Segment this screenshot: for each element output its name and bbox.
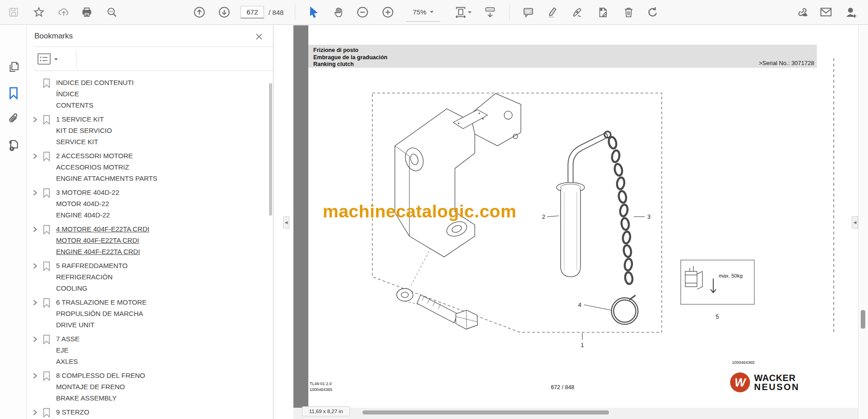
favorites-button[interactable]	[29, 0, 49, 24]
bookmark-item[interactable]: INDICE DEI CONTENUTIÍNDICECONTENTS	[33, 77, 265, 111]
bookmark-item[interactable]: 5 RAFFREDDAMENTOREFRIGERACIÓNCOOLING	[33, 260, 265, 294]
chevron-left-icon: ◀	[285, 220, 288, 225]
vertical-scrollbar-thumb[interactable]	[861, 310, 865, 329]
sign-button[interactable]	[567, 0, 587, 24]
email-button[interactable]	[816, 0, 836, 24]
chevron-right-icon[interactable]	[33, 187, 42, 196]
share-people-button[interactable]	[841, 0, 861, 24]
close-panel-button[interactable]	[255, 31, 267, 42]
upload-cloud-button[interactable]	[54, 0, 74, 24]
save-icon	[8, 7, 19, 18]
bookmark-flag-icon	[42, 187, 56, 198]
bookmark-flag-icon	[42, 370, 56, 381]
share-link-button[interactable]	[793, 0, 812, 24]
bookmark-item-label[interactable]: 7 ASSEEJEAXLES	[56, 333, 80, 367]
bookmark-item-label[interactable]: 2 ACCESSORI MOTOREACCESORIOS MOTRIZENGIN…	[56, 150, 157, 184]
bookmark-item-label[interactable]: 5 RAFFREDDAMENTOREFRIGERACIÓNCOOLING	[56, 260, 127, 294]
page-thumbnails-tab[interactable]	[4, 57, 23, 76]
bookmark-item-label[interactable]: 1 SERVICE KITKIT DE SERVICIOSERVICE KIT	[56, 113, 112, 147]
zoom-level-dropdown[interactable]: 75%	[406, 3, 440, 22]
chain-part	[608, 136, 633, 284]
vertical-scrollbar[interactable]	[858, 25, 868, 419]
ring-part	[613, 295, 637, 323]
chevron-down-icon	[430, 11, 434, 13]
bookmark-icon	[7, 86, 20, 100]
paperclip-icon	[7, 112, 20, 125]
rotate-button[interactable]	[643, 0, 663, 24]
zoom-in-button[interactable]	[378, 0, 398, 24]
chevron-left-icon: ◀	[854, 220, 857, 225]
bookmark-item-label[interactable]: 9 STERZO	[56, 406, 89, 418]
divider	[34, 47, 273, 47]
chevron-right-icon[interactable]	[33, 260, 42, 269]
next-page-button[interactable]	[214, 0, 234, 24]
divider	[76, 50, 76, 68]
arrow-up-circle-icon	[193, 6, 206, 19]
chevron-right-icon[interactable]	[33, 370, 42, 379]
bookmark-flag-icon	[42, 260, 56, 271]
find-button[interactable]	[102, 0, 122, 24]
previous-page-button[interactable]	[189, 0, 209, 24]
bookmark-item[interactable]: 4 MOTORE 404F-E22TA CRDIMOTOR 404F-E22TA…	[33, 223, 265, 257]
chevron-right-icon[interactable]	[33, 297, 42, 306]
link-cloud-icon	[796, 6, 809, 19]
item-label-1: 1	[580, 342, 584, 348]
page-number-input[interactable]	[241, 6, 264, 19]
bookmark-item[interactable]: 7 ASSEEJEAXLES	[33, 333, 265, 367]
attachments-tab[interactable]	[4, 108, 23, 128]
item-label-2: 2	[542, 213, 545, 220]
expand-right-pane-handle[interactable]: ◀	[852, 216, 858, 229]
delete-button[interactable]	[618, 0, 638, 24]
chevron-right-icon[interactable]	[33, 223, 42, 233]
bookmark-item[interactable]: 1 SERVICE KITKIT DE SERVICIOSERVICE KIT	[33, 113, 265, 147]
panel-title: Bookmarks	[34, 32, 73, 41]
select-tool-button[interactable]	[304, 0, 324, 24]
bookmark-item-label[interactable]: 8 COMPLESSO DEL FRENOMONTAJE DE FRENOBRA…	[56, 370, 145, 404]
chevron-right-icon[interactable]	[33, 406, 42, 416]
fit-width-button[interactable]	[450, 0, 476, 24]
collapse-panel-handle[interactable]: ◀	[283, 216, 289, 229]
hand-icon	[332, 6, 344, 19]
chevron-down-icon	[54, 58, 58, 61]
chevron-right-icon[interactable]	[33, 150, 42, 160]
hand-tool-button[interactable]	[328, 0, 348, 24]
toolbar-separator	[295, 5, 295, 20]
acrobat-window: / 848 75%	[0, 0, 868, 419]
bookmark-item-label[interactable]: INDICE DEI CONTENUTIÍNDICECONTENTS	[56, 77, 134, 111]
bookmark-flag-icon	[42, 297, 56, 308]
panel-scrollbar-thumb[interactable]	[269, 83, 272, 216]
chevron-right-icon[interactable]	[33, 333, 42, 343]
load-limit-inset: max. 50kg	[681, 260, 755, 304]
document-info-tab[interactable]	[4, 135, 23, 155]
bookmark-item[interactable]: 9 STERZO	[33, 406, 265, 418]
save-button[interactable]	[4, 0, 24, 24]
panel-splitter[interactable]: ◀	[274, 25, 293, 419]
bookmark-options-button[interactable]	[37, 52, 61, 67]
print-button[interactable]	[77, 0, 97, 24]
envelope-icon	[819, 5, 833, 19]
horizontal-scrollbar-thumb[interactable]	[363, 410, 609, 414]
bookmark-item-label[interactable]: 3 MOTORE 404D-22MOTOR 404D-22ENGINE 404D…	[56, 187, 119, 221]
bookmark-item[interactable]: 3 MOTORE 404D-22MOTOR 404D-22ENGINE 404D…	[33, 187, 265, 221]
top-toolbar: / 848 75%	[0, 0, 868, 25]
comment-button[interactable]	[518, 0, 538, 24]
bookmark-item[interactable]: 2 ACCESSORI MOTOREACCESORIOS MOTRIZENGIN…	[33, 150, 265, 184]
horizontal-scrollbar[interactable]	[293, 408, 858, 419]
part-number: 1000464365	[732, 360, 755, 365]
highlight-button[interactable]	[542, 0, 562, 24]
scroll-mode-button[interactable]	[480, 0, 500, 24]
chevron-right-icon[interactable]	[33, 113, 42, 123]
fountain-pen-icon	[571, 6, 584, 19]
wacker-logo-mark: W	[730, 372, 750, 392]
edit-page-button[interactable]	[593, 0, 613, 24]
bookmarks-tab[interactable]	[4, 83, 23, 103]
bookmark-item-label[interactable]: 4 MOTORE 404F-E22TA CRDIMOTOR 404F-E22TA…	[56, 223, 149, 257]
bookmark-item[interactable]: 6 TRASLAZIONE E MOTOREPROPULSIÓN DE MARC…	[33, 297, 265, 330]
document-viewport[interactable]: Frizione di posto Embrague de la graduac…	[293, 25, 858, 408]
bookmark-item-label[interactable]: 6 TRASLAZIONE E MOTOREPROPULSIÓN DE MARC…	[56, 297, 146, 330]
zoom-out-button[interactable]	[353, 0, 373, 24]
person-add-icon	[844, 6, 858, 19]
plus-circle-icon	[382, 6, 394, 19]
fit-width-icon	[454, 6, 467, 19]
bookmark-item[interactable]: 8 COMPLESSO DEL FRENOMONTAJE DE FRENOBRA…	[33, 370, 265, 404]
